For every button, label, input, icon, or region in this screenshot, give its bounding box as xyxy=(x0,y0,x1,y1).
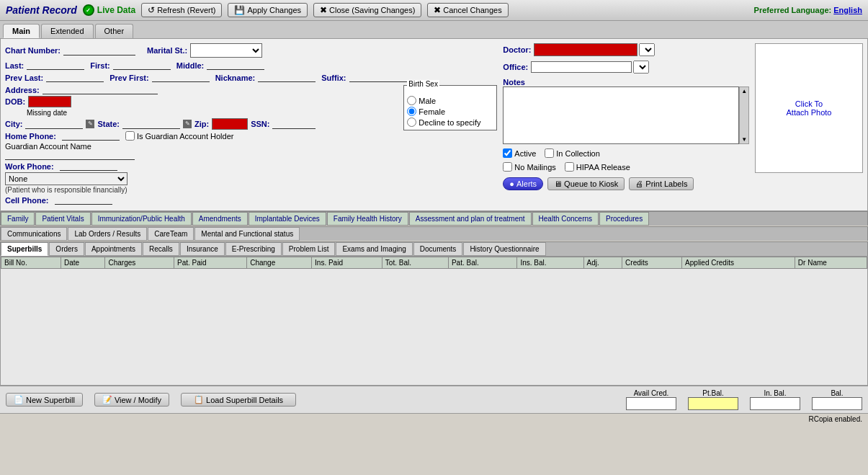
subtab-orders[interactable]: Orders xyxy=(49,242,84,256)
in-bal-input[interactable] xyxy=(750,397,800,410)
tab-health-concerns[interactable]: Health Concerns xyxy=(532,212,599,226)
city-input[interactable] xyxy=(25,120,83,129)
birth-sex-radio-group: Male Female Decline to specify xyxy=(407,96,493,127)
subtab-documents[interactable]: Documents xyxy=(413,242,463,256)
cancel-button[interactable]: ✖ Cancel Changes xyxy=(427,3,508,17)
prev-first-input[interactable] xyxy=(152,73,210,82)
col-dr-name: Dr Name xyxy=(795,257,867,269)
middle-input[interactable] xyxy=(207,61,264,70)
in-collection-checkbox[interactable] xyxy=(545,148,554,158)
first-input[interactable] xyxy=(113,61,171,70)
work-phone-input[interactable]: (__)__-____ xyxy=(60,161,117,171)
col-change: Change xyxy=(247,257,312,269)
refresh-button[interactable]: ↺ Refresh (Revert) xyxy=(141,3,222,17)
subtab-lab-orders[interactable]: Lab Orders / Results xyxy=(68,227,147,241)
last-input[interactable] xyxy=(27,61,84,70)
view-modify-button[interactable]: 📝 View / Modify xyxy=(94,393,169,407)
decline-radio-item: Decline to specify xyxy=(407,117,493,127)
subtab-careteam[interactable]: CareTeam xyxy=(148,227,194,241)
hipaa-release-checkbox[interactable] xyxy=(565,162,574,172)
cancel-icon: ✖ xyxy=(434,5,441,15)
account-holder-select[interactable]: None xyxy=(5,172,127,185)
photo-box[interactable]: Click To Attach Photo xyxy=(755,43,863,173)
doctor-row: Doctor: xyxy=(503,43,749,56)
print-labels-button[interactable]: 🖨 Print Labels xyxy=(629,177,694,190)
kiosk-icon: 🖥 xyxy=(554,179,562,188)
subtab-problem-list[interactable]: Problem List xyxy=(282,242,336,256)
tab-patient-vitals[interactable]: Patient Vitals xyxy=(35,212,90,226)
state-input[interactable] xyxy=(122,120,180,129)
home-phone-input[interactable]: (__)__-____ xyxy=(62,131,120,141)
middle-label: Middle: xyxy=(176,61,205,70)
subtab-communications[interactable]: Communications xyxy=(1,227,67,241)
title-bar: Patient Record ✓ Live Data ↺ Refresh (Re… xyxy=(0,0,868,21)
notes-scroll-down[interactable]: ▼ xyxy=(740,136,748,143)
preferred-language: Preferred Language: English xyxy=(754,6,862,14)
doctor-dropdown[interactable] xyxy=(639,43,655,56)
dob-input[interactable] xyxy=(28,96,71,107)
apply-button[interactable]: 💾 Apply Changes xyxy=(228,3,308,17)
preferred-language-value[interactable]: English xyxy=(833,6,862,14)
main-content: Chart Number: Marital St.: SingleMarried… xyxy=(0,38,868,211)
ssn-input[interactable]: __-__-____ xyxy=(272,120,316,129)
subtab-appointments[interactable]: Appointments xyxy=(85,242,142,256)
avail-cred-field: Avail Cred. xyxy=(626,389,676,410)
tab-procedures[interactable]: Procedures xyxy=(599,212,649,226)
tab-implantable-devices[interactable]: Implantable Devices xyxy=(249,212,326,226)
in-bal-field: In. Bal. xyxy=(750,389,800,410)
subtab-exams[interactable]: Exams and Imaging xyxy=(336,242,412,256)
notes-scroll-up[interactable]: ▲ xyxy=(740,87,748,95)
avail-cred-input[interactable] xyxy=(626,397,676,410)
zip-input[interactable] xyxy=(212,118,248,130)
tab-extended[interactable]: Extended xyxy=(41,24,93,38)
address-input[interactable] xyxy=(42,85,158,94)
subtab-history-questionnaire[interactable]: History Questionnaire xyxy=(463,242,545,256)
guardian-section: Guardian Account Name xyxy=(5,142,398,160)
cell-phone-input[interactable]: (__)__-____ xyxy=(55,195,112,205)
active-row: Active xyxy=(503,148,536,158)
notes-textarea[interactable] xyxy=(503,86,739,144)
tab-amendments[interactable]: Amendments xyxy=(192,212,248,226)
superbill-table: Bill No. Date Charges Pat. Paid Change I… xyxy=(1,257,867,269)
male-radio[interactable] xyxy=(407,96,416,105)
suffix-input[interactable] xyxy=(349,73,407,82)
subtab-recalls[interactable]: Recalls xyxy=(143,242,179,256)
pt-bal-field: Pt.Bal. xyxy=(688,389,738,410)
live-dot-icon: ✓ xyxy=(83,4,94,16)
tab-immunization[interactable]: Immunization/Public Health xyxy=(91,212,192,226)
tab-family[interactable]: Family xyxy=(1,212,35,226)
tab-assessment[interactable]: Assessment and plan of treatment xyxy=(409,212,532,226)
subtab-mental-functional[interactable]: Mental and Functional status xyxy=(194,227,300,241)
queue-to-kiosk-button[interactable]: 🖥 Queue to Kiosk xyxy=(547,177,625,190)
load-superbill-button[interactable]: 📋 Load Superbill Details xyxy=(181,393,296,407)
city-edit-icon[interactable]: ✎ xyxy=(86,120,94,128)
office-dropdown[interactable] xyxy=(633,61,649,74)
marital-st-select[interactable]: SingleMarriedDivorcedWidowed xyxy=(190,43,262,58)
close-button[interactable]: ✖ Close (Saving Changes) xyxy=(313,3,421,17)
female-radio[interactable] xyxy=(407,107,416,116)
tab-family-health[interactable]: Family Health History xyxy=(327,212,408,226)
dob-label: DOB: xyxy=(5,97,25,106)
pt-bal-input[interactable] xyxy=(688,397,738,410)
active-checkbox[interactable] xyxy=(503,148,512,158)
guardian-name-input[interactable] xyxy=(5,151,135,160)
is-guardian-checkbox[interactable] xyxy=(125,131,135,141)
prev-last-input[interactable] xyxy=(46,73,104,82)
nickname-input[interactable] xyxy=(258,73,316,82)
office-row: Office: xyxy=(503,61,749,74)
tab-other[interactable]: Other xyxy=(95,24,134,38)
subtab-insurance[interactable]: Insurance xyxy=(180,242,225,256)
tab-main[interactable]: Main xyxy=(3,24,40,38)
office-input[interactable] xyxy=(531,61,632,73)
subtab-eprescribing[interactable]: E-Prescribing xyxy=(225,242,282,256)
ssn-label: SSN: xyxy=(251,120,269,128)
state-edit-icon[interactable]: ✎ xyxy=(183,120,192,128)
no-mailings-checkbox[interactable] xyxy=(503,162,512,172)
bal-input[interactable] xyxy=(812,397,862,410)
decline-radio[interactable] xyxy=(407,117,416,127)
chart-number-input[interactable] xyxy=(63,46,135,56)
new-superbill-button[interactable]: 📄 New Superbill xyxy=(6,393,83,407)
alerts-button[interactable]: ● Alerts xyxy=(503,177,543,190)
doctor-input[interactable] xyxy=(534,43,637,56)
subtab-superbills[interactable]: Superbills xyxy=(1,242,48,256)
